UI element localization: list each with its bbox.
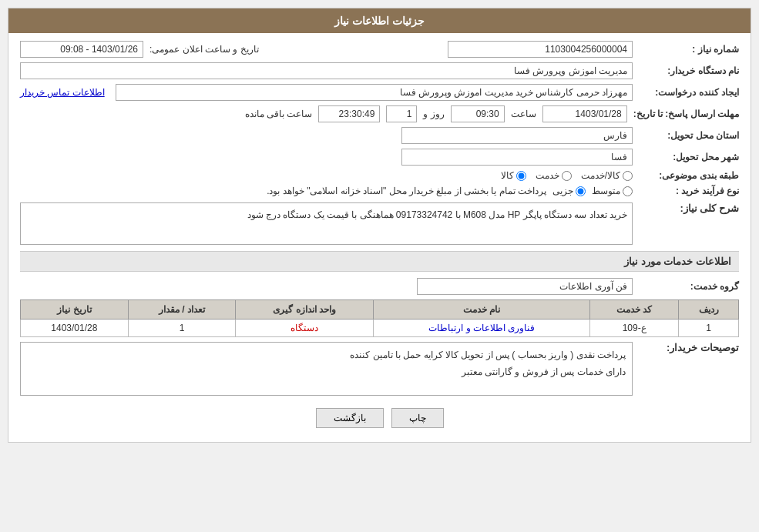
- buyer-org-value: مدیریت اموزش وپرورش فسا: [20, 62, 633, 79]
- need-number-value: 1103004256000004: [448, 41, 633, 58]
- buyer-notes-line2: دارای خدمات پس از فروش و گارانتی معتبر: [27, 364, 626, 381]
- creator-contact-link[interactable]: اطلاعات تماس خریدار: [20, 87, 105, 98]
- category-row: طبقه بندی موضوعی: کالا/خدمت خدمت کالا: [20, 170, 739, 181]
- purchase-type-radio-group: متوسط جزیی پرداخت تمام یا بخشی از مبلغ خ…: [267, 186, 633, 196]
- radio-goods-label: کالا: [501, 170, 514, 181]
- services-section-title: اطلاعات خدمات مورد نیاز: [20, 251, 739, 272]
- province-row: استان محل تحویل: فارس: [20, 127, 739, 144]
- response-days-label: روز و: [423, 109, 444, 119]
- buyer-notes-line1: پرداخت نقدی ( واریز بحساب ) پس از تحویل …: [27, 347, 626, 364]
- need-desc-value: خرید تعداد سه دستگاه پاپگر HP مدل M608 ب…: [20, 202, 633, 245]
- page-title: جزئیات اطلاعات نیاز: [334, 15, 425, 27]
- buyer-notes-row: توصیحات خریدار: پرداخت نقدی ( واریز بحسا…: [20, 342, 739, 396]
- need-desc-label: شرح کلی نیاز:: [639, 202, 739, 214]
- cell-quantity: 1: [128, 320, 236, 337]
- radio-goods-item: کالا: [501, 170, 526, 181]
- announce-label: تاریخ و ساعت اعلان عمومی:: [149, 44, 259, 55]
- response-remaining-label: ساعت باقی مانده: [245, 109, 313, 119]
- buyer-org-label: نام دستگاه خریدار:: [639, 65, 739, 76]
- page-header: جزئیات اطلاعات نیاز: [8, 8, 751, 33]
- category-label: طبقه بندی موضوعی:: [639, 170, 739, 181]
- cell-row: 1: [679, 320, 739, 337]
- response-deadline-row: مهلت ارسال پاسخ: تا تاریخ: 1403/01/28 سا…: [20, 105, 739, 122]
- province-label: استان محل تحویل:: [639, 130, 739, 141]
- radio-service-label: خدمت: [536, 170, 559, 181]
- services-table: ردیف کد خدمت نام خدمت واحد اندازه گیری ت…: [20, 299, 739, 337]
- service-group-value: فن آوری اطلاعات: [417, 278, 633, 295]
- cell-name: فناوری اطلاعات و ارتباطات: [374, 320, 590, 337]
- need-number-row: شماره نیاز : 1103004256000004 تاریخ و سا…: [20, 41, 739, 58]
- col-header-code: کد خدمت: [590, 300, 679, 320]
- col-header-date: تاریخ نیاز: [21, 300, 129, 320]
- buyer-notes-label: توصیحات خریدار:: [639, 342, 739, 353]
- radio-both-input[interactable]: [623, 171, 633, 181]
- radio-goods-input[interactable]: [516, 171, 526, 181]
- col-header-quantity: تعداد / مقدار: [128, 300, 236, 320]
- buttons-row: چاپ بازگشت: [20, 400, 739, 434]
- table-row: 1 ع-109 فناوری اطلاعات و ارتباطات دستگاه…: [21, 320, 739, 337]
- radio-partial-label: جزیی: [552, 186, 573, 196]
- purchase-type-row: نوع فرآیند خرید : متوسط جزیی پرداخت تمام…: [20, 186, 739, 196]
- city-row: شهر محل تحویل: فسا: [20, 149, 739, 166]
- need-desc-row: شرح کلی نیاز: خرید تعداد سه دستگاه پاپگر…: [20, 202, 739, 245]
- response-deadline-label: مهلت ارسال پاسخ: تا تاریخ:: [633, 109, 739, 119]
- category-radio-group: کالا/خدمت خدمت کالا: [501, 170, 633, 181]
- page-wrapper: جزئیات اطلاعات نیاز شماره نیاز : 1103004…: [0, 0, 759, 532]
- response-time-label: ساعت: [511, 109, 536, 119]
- buyer-org-row: نام دستگاه خریدار: مدیریت اموزش وپرورش ف…: [20, 62, 739, 79]
- province-value: فارس: [401, 127, 633, 144]
- radio-service-item: خدمت: [536, 170, 572, 181]
- service-group-label: گروه خدمت:: [639, 281, 739, 292]
- radio-both-label: کالا/خدمت: [581, 170, 620, 181]
- radio-medium-input[interactable]: [623, 186, 633, 196]
- response-remaining: 23:30:49: [318, 105, 380, 122]
- city-value: فسا: [401, 149, 633, 166]
- radio-partial-input[interactable]: [576, 186, 586, 196]
- col-header-row: ردیف: [679, 300, 739, 320]
- service-group-row: گروه خدمت: فن آوری اطلاعات: [20, 278, 739, 295]
- purchase-note: پرداخت تمام یا بخشی از مبلغ خریدار محل "…: [267, 186, 546, 196]
- col-header-name: نام خدمت: [374, 300, 590, 320]
- announce-value: 1403/01/26 - 09:08: [20, 41, 143, 58]
- city-label: شهر محل تحویل:: [639, 152, 739, 162]
- services-table-container: ردیف کد خدمت نام خدمت واحد اندازه گیری ت…: [20, 299, 739, 337]
- need-number-label: شماره نیاز :: [639, 44, 739, 55]
- main-container: جزئیات اطلاعات نیاز شماره نیاز : 1103004…: [8, 8, 751, 443]
- cell-date: 1403/01/28: [21, 320, 129, 337]
- creator-row: ایجاد کننده درخواست: مهرزاد حرمی کارشناس…: [20, 84, 739, 101]
- radio-partial-item: جزیی: [552, 186, 586, 196]
- buyer-notes-value: پرداخت نقدی ( واریز بحساب ) پس از تحویل …: [20, 342, 633, 396]
- radio-both-item: کالا/خدمت: [581, 170, 633, 181]
- response-days: 1: [386, 105, 417, 122]
- content-area: شماره نیاز : 1103004256000004 تاریخ و سا…: [8, 33, 751, 442]
- back-button[interactable]: بازگشت: [316, 408, 384, 428]
- radio-service-input[interactable]: [562, 171, 572, 181]
- cell-unit: دستگاه: [236, 320, 374, 337]
- creator-value: مهرزاد حرمی کارشناس خرید مدیریت اموزش وپ…: [116, 84, 633, 101]
- radio-medium-label: متوسط: [592, 186, 620, 196]
- purchase-type-label: نوع فرآیند خرید :: [639, 186, 739, 196]
- creator-label: ایجاد کننده درخواست:: [639, 87, 739, 98]
- print-button[interactable]: چاپ: [391, 408, 444, 428]
- col-header-unit: واحد اندازه گیری: [236, 300, 374, 320]
- cell-code: ع-109: [590, 320, 679, 337]
- response-date: 1403/01/28: [542, 105, 627, 122]
- response-time: 09:30: [451, 105, 505, 122]
- radio-medium-item: متوسط: [592, 186, 633, 196]
